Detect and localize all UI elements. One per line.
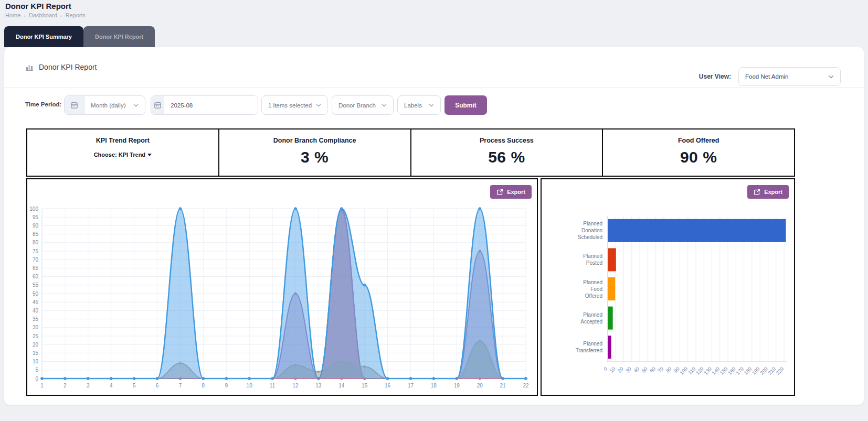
- svg-text:Accepted: Accepted: [580, 319, 602, 325]
- svg-text:6: 6: [156, 383, 159, 388]
- kpi-title: Process Success: [411, 137, 602, 144]
- time-period-label: Time Period:: [25, 101, 61, 107]
- svg-text:22: 22: [523, 383, 529, 388]
- kpi-trend-chooser[interactable]: Choose: KPI Trend: [94, 152, 152, 158]
- svg-text:4: 4: [110, 383, 113, 388]
- chevron-down-icon: [316, 104, 321, 107]
- kpi-trend-chart-panel: 0510152025303540455055606570758085909510…: [26, 178, 538, 396]
- svg-text:55: 55: [33, 282, 39, 288]
- kpi-value: 3 %: [219, 148, 410, 166]
- export-button-trend[interactable]: Export: [490, 185, 532, 199]
- svg-text:20: 20: [33, 342, 39, 348]
- export-button-bars[interactable]: Export: [747, 185, 789, 199]
- svg-text:20: 20: [477, 383, 483, 388]
- svg-text:7: 7: [179, 383, 182, 388]
- month-input[interactable]: [164, 96, 258, 114]
- granularity-select[interactable]: Month (daily): [84, 96, 145, 114]
- svg-text:60: 60: [649, 366, 657, 374]
- breadcrumb-dashboard[interactable]: Dashboard: [29, 12, 57, 18]
- svg-text:Planned: Planned: [583, 279, 602, 285]
- granularity-group: Month (daily): [64, 95, 145, 115]
- svg-text:Donation: Donation: [581, 228, 602, 233]
- svg-text:20: 20: [617, 366, 624, 374]
- month-group: [151, 95, 258, 115]
- card-title-row: Donor KPI Report: [25, 63, 97, 71]
- svg-text:Planned: Planned: [583, 221, 602, 226]
- svg-text:9: 9: [225, 383, 228, 388]
- tab-donor-kpi-report[interactable]: Donor KPI Report: [83, 26, 155, 47]
- svg-text:40: 40: [632, 366, 640, 374]
- svg-text:8: 8: [202, 383, 205, 388]
- chevron-down-icon: [828, 75, 834, 79]
- breadcrumb-separator: -: [24, 12, 26, 18]
- calendar-icon: [151, 96, 164, 114]
- svg-text:95: 95: [33, 214, 39, 220]
- kpi-process-success-box: Process Success 56 %: [410, 128, 604, 177]
- svg-text:5: 5: [35, 367, 38, 373]
- svg-text:90: 90: [33, 223, 39, 229]
- user-view-label: User View:: [699, 73, 731, 80]
- kpi-value: 56 %: [411, 148, 602, 166]
- svg-text:220: 220: [775, 366, 785, 376]
- kpi-donor-branch-compliance-box: Donor Branch Compliance 3 %: [218, 128, 411, 177]
- svg-text:Food: Food: [590, 286, 602, 292]
- svg-text:75: 75: [33, 249, 39, 254]
- svg-text:10: 10: [608, 366, 616, 374]
- svg-text:0: 0: [602, 366, 609, 372]
- submit-button[interactable]: Submit: [444, 95, 487, 115]
- svg-text:Scheduled: Scheduled: [578, 234, 602, 240]
- labels-select[interactable]: Labels: [397, 95, 441, 115]
- tab-bar: Donor KPI Summary Donor KPI Report: [4, 26, 155, 47]
- svg-text:70: 70: [657, 366, 664, 374]
- planned-stages-chart-panel: 0102030405060708090100110120130140150160…: [541, 178, 795, 396]
- breadcrumb-reports[interactable]: Reports: [66, 12, 86, 18]
- items-selected-value: 1 items selected: [268, 102, 312, 109]
- svg-text:17: 17: [408, 383, 414, 388]
- svg-text:19: 19: [454, 383, 460, 388]
- svg-text:80: 80: [664, 366, 672, 374]
- caret-down-icon: [147, 154, 152, 156]
- export-label: Export: [507, 189, 525, 195]
- svg-text:100: 100: [29, 206, 38, 212]
- svg-text:12: 12: [292, 383, 299, 388]
- svg-text:Offered: Offered: [585, 293, 602, 299]
- tab-donor-kpi-summary[interactable]: Donor KPI Summary: [4, 26, 83, 47]
- svg-text:10: 10: [247, 383, 253, 388]
- planned-stages-bar-chart: 0102030405060708090100110120130140150160…: [542, 179, 794, 395]
- kpi-title: Donor Branch Compliance: [219, 137, 410, 144]
- user-view-value: Food Net Admin: [745, 73, 788, 80]
- kpi-row: KPI Trend Report Choose: KPI Trend Donor…: [26, 128, 795, 177]
- breadcrumb: Home-Dashboard-Reports: [5, 12, 86, 18]
- svg-text:45: 45: [33, 299, 39, 305]
- svg-text:13: 13: [315, 383, 322, 388]
- bar-chart-icon: [25, 63, 34, 71]
- user-view-select[interactable]: Food Net Admin: [738, 67, 841, 86]
- granularity-value: Month (daily): [91, 102, 125, 109]
- filter-row: Time Period: Month (daily) 1 items selec…: [4, 95, 864, 115]
- card-title: Donor KPI Report: [39, 63, 97, 71]
- svg-text:2: 2: [63, 383, 67, 388]
- kpi-trend-report-box: KPI Trend Report Choose: KPI Trend: [26, 128, 219, 177]
- svg-text:35: 35: [33, 316, 39, 322]
- svg-text:25: 25: [33, 333, 39, 339]
- svg-text:0: 0: [35, 376, 38, 382]
- breadcrumb-separator: -: [60, 12, 62, 18]
- items-selected-select[interactable]: 1 items selected: [261, 95, 328, 115]
- svg-text:3: 3: [87, 383, 90, 388]
- user-view-control: User View: Food Net Admin: [699, 67, 841, 86]
- breadcrumb-home[interactable]: Home: [5, 12, 20, 18]
- calendar-icon: [65, 96, 84, 114]
- labels-value: Labels: [404, 102, 422, 109]
- kpi-food-offered-box: Food Offered 90 %: [602, 128, 795, 177]
- svg-text:18: 18: [431, 383, 437, 388]
- svg-text:1: 1: [40, 383, 44, 388]
- chevron-down-icon: [382, 104, 387, 107]
- donor-branch-value: Donor Branch: [338, 102, 376, 109]
- chevron-down-icon: [133, 104, 139, 107]
- donor-branch-select[interactable]: Donor Branch: [332, 95, 394, 115]
- report-card: Donor KPI Report User View: Food Net Adm…: [4, 47, 864, 405]
- export-icon: [496, 189, 503, 196]
- svg-text:Planned: Planned: [583, 312, 602, 318]
- kpi-value: 90 %: [603, 148, 794, 166]
- svg-text:50: 50: [33, 291, 39, 297]
